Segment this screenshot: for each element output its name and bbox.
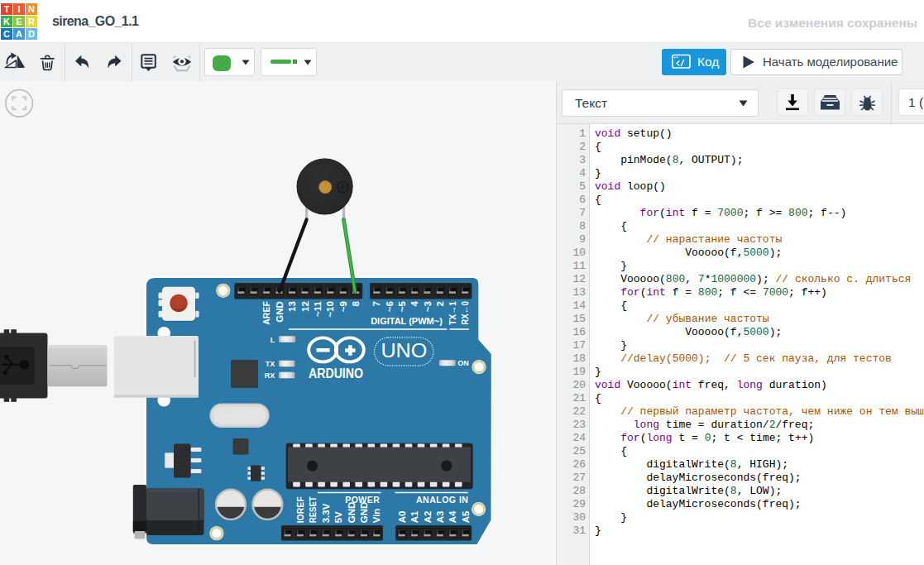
svg-text:L: L bbox=[270, 336, 275, 344]
svg-text:~3: ~3 bbox=[423, 301, 433, 312]
svg-text:UNO: UNO bbox=[381, 339, 427, 362]
svg-text:AREF: AREF bbox=[261, 301, 271, 325]
svg-text:7: 7 bbox=[372, 301, 382, 306]
svg-text:DIGITAL (PWM~): DIGITAL (PWM~) bbox=[371, 316, 443, 326]
svg-text:ARDUINO: ARDUINO bbox=[309, 366, 363, 381]
svg-text:8: 8 bbox=[351, 301, 361, 307]
svg-text:~11: ~11 bbox=[313, 301, 323, 317]
svg-text:A1: A1 bbox=[409, 510, 419, 523]
svg-text:A2: A2 bbox=[423, 511, 433, 524]
svg-text:TX→1: TX→1 bbox=[448, 301, 457, 325]
svg-text:~6: ~6 bbox=[385, 301, 395, 312]
svg-text:3.3V: 3.3V bbox=[321, 503, 331, 523]
svg-text:~9: ~9 bbox=[338, 301, 348, 312]
svg-text:5V: 5V bbox=[333, 511, 343, 523]
svg-text:2: 2 bbox=[435, 301, 445, 306]
svg-text:IOREF: IOREF bbox=[295, 496, 305, 523]
svg-text:GND: GND bbox=[359, 502, 369, 524]
svg-text:A3: A3 bbox=[435, 511, 445, 524]
svg-text:RESET: RESET bbox=[309, 496, 318, 523]
svg-text:RX←0: RX←0 bbox=[460, 301, 470, 325]
svg-text:Vin: Vin bbox=[372, 509, 382, 524]
svg-text:4: 4 bbox=[409, 301, 419, 307]
svg-text:ANALOG IN: ANALOG IN bbox=[416, 495, 468, 505]
svg-text:GND: GND bbox=[347, 502, 357, 524]
svg-text:RX: RX bbox=[265, 371, 275, 380]
svg-text:TX: TX bbox=[266, 360, 275, 368]
svg-text:A4: A4 bbox=[448, 510, 457, 523]
svg-text:A0: A0 bbox=[397, 511, 407, 524]
svg-text:A5: A5 bbox=[461, 510, 471, 523]
svg-text:GND: GND bbox=[275, 301, 285, 323]
svg-text:~10: ~10 bbox=[326, 301, 336, 318]
svg-text:ON: ON bbox=[457, 359, 469, 367]
svg-text:SPK16.000: SPK16.000 bbox=[221, 413, 257, 420]
svg-text:12: 12 bbox=[300, 301, 310, 312]
svg-text:13: 13 bbox=[287, 301, 297, 312]
svg-text:~5: ~5 bbox=[397, 301, 407, 313]
